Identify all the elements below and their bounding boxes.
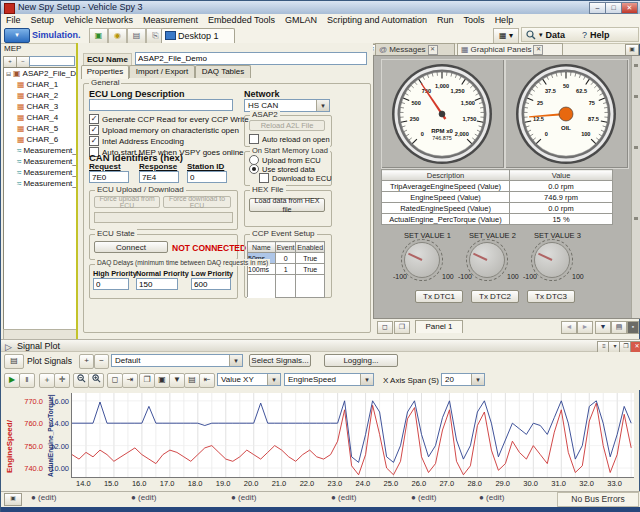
tab-panel-1[interactable]: Panel 1 (415, 320, 463, 333)
checkbox-icon[interactable] (89, 125, 99, 135)
tree-item-char-5[interactable]: ▦CHAR_5 (4, 123, 76, 134)
save-panel-button[interactable]: ▼ (595, 321, 611, 334)
fit-view-button[interactable]: ◻ (107, 373, 123, 388)
menu-item-vehicle-networks[interactable]: Vehicle Networks (59, 15, 138, 25)
menu-item-help[interactable]: Help (490, 15, 519, 25)
menu-item-run[interactable]: Run (432, 15, 459, 25)
zoom-in-button[interactable] (88, 373, 104, 388)
signal-plot-titlebar[interactable]: ▷ Signal Plot (1, 339, 640, 352)
menu-item-setup[interactable]: Setup (26, 15, 60, 25)
tab-graphical-panels[interactable]: ▦ Graphical Panels ✕ (457, 43, 563, 55)
set-value-3-knob[interactable] (534, 242, 570, 278)
oil-gauge[interactable]: 012.52537.55062.57587.5100OIL (514, 62, 618, 166)
menu-item-file[interactable]: File (1, 15, 26, 25)
close-button[interactable]: ✕ (621, 2, 638, 14)
tree-item-char-4[interactable]: ▦CHAR_4 (4, 112, 76, 123)
print-panel-button[interactable]: ▤ (611, 321, 627, 334)
checkbox-icon[interactable] (89, 114, 99, 124)
panel-popup-button[interactable]: ❐ (394, 321, 410, 334)
snap-cursor-button[interactable]: ✛ (54, 373, 70, 388)
tx-dtc3-button[interactable]: Tx DTC3 (527, 290, 575, 303)
tab-daq-tables[interactable]: DAQ Tables (195, 65, 251, 78)
help-label[interactable]: Help (590, 30, 610, 40)
lock-icon[interactable]: ▪ (627, 321, 639, 334)
checkbox-download-to-ecu[interactable]: Download to ECU (259, 173, 332, 183)
save-plot-button[interactable]: ▼ (169, 373, 185, 388)
next-panel-button[interactable]: ► (577, 321, 593, 334)
logging-button[interactable]: Logging... (324, 354, 398, 367)
station-id-input[interactable] (187, 171, 227, 183)
checkbox-intel-encoding[interactable]: Intel Address Encoding (89, 136, 184, 146)
status-edit-cell[interactable]: ● (edit) (131, 493, 156, 502)
status-edit-cell[interactable]: ● (edit) (31, 493, 56, 502)
ccp-event-table[interactable]: Name Event Enabled 50ms 0True 100ms 1Tru… (247, 241, 325, 298)
checkbox-icon[interactable] (249, 134, 259, 144)
properties-button[interactable]: ❐ (139, 373, 155, 388)
maximize-button[interactable]: □ (605, 2, 622, 14)
print-plot-button[interactable]: ▤ (4, 354, 24, 369)
tree-expand-icon[interactable]: ⊟ (6, 70, 11, 77)
request-input[interactable] (89, 171, 129, 183)
low-priority-input[interactable] (191, 278, 231, 290)
select-signals-button[interactable]: Select Signals... (249, 354, 311, 367)
tab-messages-close-icon[interactable]: ✕ (428, 45, 438, 55)
tab-import-export[interactable]: Import / Export (129, 65, 195, 78)
tree-filter-input[interactable] (29, 56, 75, 66)
copy-button[interactable]: ▣ (154, 373, 170, 388)
menu-item-embedded-tools[interactable]: Embedded Tools (203, 15, 280, 25)
menu-item-gmlan[interactable]: GMLAN (280, 15, 322, 25)
cursor-button[interactable]: ＋ (39, 373, 55, 388)
title-bar[interactable]: New Spy Setup - Vehicle Spy 3 – □ ✕ (1, 1, 640, 15)
tx-dtc2-button[interactable]: Tx DTC2 (471, 290, 519, 303)
force-download-button[interactable]: Force download to ECU (163, 196, 231, 208)
signal-combobox[interactable]: EngineSpeed (284, 373, 374, 386)
preset-combobox[interactable]: Default (111, 354, 243, 367)
signal-plot-canvas[interactable] (71, 393, 634, 478)
status-edit-cell[interactable]: ● (edit) (231, 493, 256, 502)
tree-item-measurement-1[interactable]: ≈Measurement_1 (4, 145, 76, 156)
set-value-1-knob[interactable] (404, 242, 440, 278)
zoom-out-button[interactable] (73, 373, 89, 388)
checkbox-auto-reload[interactable]: Auto reload on open (249, 134, 330, 144)
reload-a2l-button[interactable]: Reload A2L File (249, 120, 325, 131)
play-button[interactable]: ▶ (4, 373, 20, 388)
radio-icon[interactable] (249, 164, 259, 174)
panel-select-button[interactable]: ◻ (377, 321, 393, 334)
tx-dtc1-button[interactable]: Tx DTC1 (415, 290, 463, 303)
data-dropdown-caret[interactable]: ▾ (539, 31, 543, 39)
load-hex-button[interactable]: Load data from HEX file (249, 198, 325, 212)
tree-item-measurement-4[interactable]: ≈Measurement_4 (4, 178, 76, 189)
checkbox-icon[interactable] (259, 173, 269, 183)
menu-item-tools[interactable]: Tools (459, 15, 490, 25)
status-edit-cell[interactable]: ● (edit) (479, 493, 504, 502)
go-online-button[interactable]: ▣ (89, 28, 108, 44)
expand-x-button[interactable]: ⇤ (199, 373, 215, 388)
tree-item-char-2[interactable]: ▦CHAR_2 (4, 90, 76, 101)
checkbox-ccp-read[interactable]: Generate CCP Read for every CCP Write (89, 114, 249, 124)
tree-item-measurement-3[interactable]: ≈Measurement_3 (4, 167, 76, 178)
x-axis-span-combobox[interactable]: 20 (441, 373, 485, 386)
force-upload-button[interactable]: Force upload from ECU (94, 196, 160, 208)
rpm-gauge[interactable]: 02505007501,0001,2501,5001,7502,000RPM x… (390, 62, 494, 166)
checkbox-upload-memory[interactable]: Upload memory on characteristic open (89, 125, 239, 135)
prev-panel-button[interactable]: ◄ (561, 321, 577, 334)
collapse-x-button[interactable]: ⇥ (122, 373, 138, 388)
pause-button[interactable]: ‖ (19, 373, 35, 388)
tree-item-char-3[interactable]: ▦CHAR_3 (4, 101, 76, 112)
print-chart-button[interactable]: ▤ (184, 373, 200, 388)
tree-root-asap2-file-demo[interactable]: ⊟ ▣ ASAP2_File_Demo (4, 68, 76, 79)
tree-item-char-6[interactable]: ▦CHAR_6 (4, 134, 76, 145)
tab-messages[interactable]: @ Messages ✕ (375, 43, 455, 55)
panel-scrollbar[interactable] (631, 56, 640, 318)
tab-graphical-panels-close-icon[interactable]: ✕ (533, 45, 543, 55)
connect-button[interactable]: Connect (94, 241, 168, 253)
tab-properties[interactable]: Properties (81, 65, 129, 79)
status-edit-cell[interactable]: ● (edit) (411, 493, 436, 502)
response-input[interactable] (139, 171, 179, 183)
data-label[interactable]: Data (546, 30, 566, 40)
tree-item-measurement-2[interactable]: ≈Measurement_2 (4, 156, 76, 167)
ecu-name-input[interactable] (135, 52, 367, 65)
minimize-button[interactable]: – (589, 2, 606, 14)
plot-mode-combobox[interactable]: Value XY (217, 373, 281, 386)
add-preset-button[interactable]: + (79, 354, 94, 369)
